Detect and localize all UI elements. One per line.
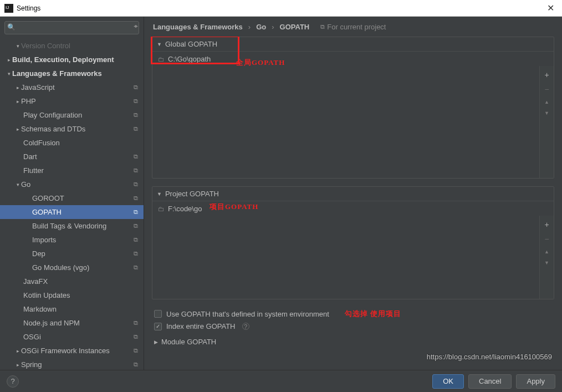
sidebar-item-dart[interactable]: Dart⧉ [0, 150, 144, 164]
chevron-right-icon: ▶ [154, 339, 158, 345]
scope-icon: ⧉ [134, 333, 138, 340]
sidebar-item-kotlin[interactable]: Kotlin Updates [0, 288, 144, 302]
sidebar-item-label: Flutter [23, 166, 134, 175]
scope-icon: ⧉ [134, 98, 138, 105]
move-up-icon[interactable]: ▲ [544, 249, 549, 254]
group-title: Project GOPATH [165, 190, 219, 198]
sidebar-item-label: Go Modules (vgo) [32, 263, 134, 272]
remove-button[interactable]: − [544, 85, 549, 94]
chevron-down-icon: ▼ [157, 191, 162, 197]
checkbox-checked[interactable] [154, 323, 162, 330]
scope-icon: ⧉ [134, 208, 138, 216]
sidebar-item-version-control[interactable]: ▾Version Control [0, 39, 144, 53]
sidebar-item-flutter[interactable]: Flutter⧉ [0, 164, 144, 177]
group-title: Global GOPATH [165, 40, 217, 48]
scope-icon: ⧉ [134, 167, 138, 174]
scope-icon: ⧉ [134, 195, 138, 202]
sidebar-item-label: Dep [32, 250, 134, 258]
scope-icon: ⧉ [134, 264, 138, 271]
sidebar-item-gopath[interactable]: GOPATH⧉ [0, 205, 144, 219]
search-field[interactable]: 🔍 ◂▸ [4, 21, 139, 34]
sidebar-item-build[interactable]: ▸Build, Execution, Deployment [0, 53, 144, 67]
sidebar-item-dep[interactable]: Dep⧉ [0, 247, 144, 261]
apply-button[interactable]: Apply [516, 374, 555, 389]
sidebar-item-schemas[interactable]: ▸Schemas and DTDs⧉ [0, 122, 144, 136]
sidebar-item-goroot[interactable]: GOROOT⧉ [0, 191, 144, 205]
sidebar-item-nodejs[interactable]: Node.js and NPM⧉ [0, 316, 144, 330]
scope-icon: ⧉ [134, 153, 138, 160]
global-gopath-item[interactable]: 🗀 C:\Go\gopath [152, 52, 554, 67]
search-input[interactable] [4, 21, 139, 34]
sidebar-item-label: Markdown [23, 305, 138, 313]
scope-icon: ⧉ [134, 361, 138, 368]
settings-tree: ▾Version Control ▸Build, Execution, Depl… [0, 39, 144, 370]
chevron-down-icon: ▼ [157, 42, 162, 47]
annotation-global: 全局GOPATH [236, 58, 285, 68]
sidebar-item-imports[interactable]: Imports⧉ [0, 233, 144, 247]
sidebar-item-label: Build Tags & Vendoring [32, 222, 134, 230]
project-scope-hint: ⧉ For current project [320, 23, 386, 31]
sidebar-item-label: JavaFX [23, 277, 138, 286]
search-icon: 🔍 [7, 23, 16, 31]
sidebar-item-label: GOROOT [32, 194, 134, 202]
folder-icon: 🗀 [158, 205, 165, 213]
scope-icon: ⧉ [134, 125, 138, 133]
sidebar-item-php[interactable]: ▸PHP⧉ [0, 94, 144, 108]
sidebar-item-javafx[interactable]: JavaFX [0, 274, 144, 288]
search-history-icon[interactable]: ◂▸ [134, 23, 137, 29]
sidebar: 🔍 ◂▸ ▾Version Control ▸Build, Execution,… [0, 17, 144, 370]
check-system-env[interactable]: Use GOPATH that's defined in system envi… [152, 307, 554, 320]
move-down-icon[interactable]: ▼ [544, 260, 549, 266]
crumb-c: GOPATH [280, 23, 310, 31]
add-button[interactable]: + [544, 220, 549, 229]
group-actions: + − ▲ ▼ [539, 66, 554, 178]
scope-icon: ⧉ [134, 236, 138, 243]
content-panel: Languages & Frameworks › Go › GOPATH ⧉ F… [144, 17, 562, 370]
group-title: Module GOPATH [161, 338, 216, 346]
sidebar-item-label: GOPATH [32, 208, 134, 216]
check-label: Use GOPATH that's defined in system envi… [166, 310, 329, 318]
titlebar: Settings ✕ [0, 0, 562, 17]
scope-icon: ⧉ [134, 181, 138, 188]
sidebar-item-coldfusion[interactable]: ColdFusion [0, 136, 144, 150]
global-gopath-header[interactable]: ▼ Global GOPATH [152, 37, 554, 52]
sidebar-item-play[interactable]: Play Configuration⧉ [0, 108, 144, 122]
sidebar-item-label: Imports [32, 236, 134, 244]
crumb-a[interactable]: Languages & Frameworks [153, 23, 243, 31]
path-text: C:\Go\gopath [168, 55, 211, 63]
remove-button[interactable]: − [544, 235, 549, 243]
scope-icon: ⧉ [134, 84, 138, 91]
sidebar-item-label: Languages & Frameworks [12, 69, 138, 78]
sidebar-item-osgi[interactable]: OSGi⧉ [0, 330, 144, 344]
move-down-icon[interactable]: ▼ [544, 110, 549, 116]
move-up-icon[interactable]: ▲ [544, 99, 549, 105]
cancel-button[interactable]: Cancel [468, 374, 512, 389]
sidebar-item-go[interactable]: ▾Go⧉ [0, 177, 144, 191]
help-icon[interactable]: ? [242, 323, 249, 330]
ok-button[interactable]: OK [432, 374, 464, 389]
sidebar-item-label: OSGi [23, 333, 134, 341]
module-gopath-header[interactable]: ▶ Module GOPATH [152, 332, 554, 352]
sidebar-item-spring[interactable]: ▸Spring⧉ [0, 358, 144, 370]
chevron-right-icon: › [272, 23, 274, 31]
sidebar-item-label: Version Control [21, 42, 138, 50]
help-button[interactable]: ? [7, 375, 19, 388]
sidebar-item-label: Kotlin Updates [23, 291, 138, 299]
breadcrumb: Languages & Frameworks › Go › GOPATH ⧉ F… [144, 17, 562, 37]
sidebar-item-javascript[interactable]: ▸JavaScript⧉ [0, 80, 144, 94]
sidebar-item-gomodules[interactable]: Go Modules (vgo)⧉ [0, 261, 144, 274]
sidebar-item-languages[interactable]: ▾Languages & Frameworks [0, 67, 144, 80]
close-icon[interactable]: ✕ [544, 3, 558, 13]
project-gopath-header[interactable]: ▼ Project GOPATH [152, 187, 554, 201]
sidebar-item-markdown[interactable]: Markdown [0, 302, 144, 316]
checkbox-unchecked[interactable] [154, 310, 162, 318]
add-button[interactable]: + [544, 70, 549, 79]
sidebar-item-label: OSGi Framework Instances [21, 347, 134, 355]
crumb-b[interactable]: Go [256, 23, 266, 31]
project-scope-label: For current project [327, 23, 386, 31]
check-index-gopath[interactable]: Index entire GOPATH ? [152, 320, 554, 332]
scope-icon: ⧉ [134, 319, 138, 327]
app-icon [4, 4, 13, 13]
sidebar-item-osgi-fw[interactable]: ▸OSGi Framework Instances⧉ [0, 344, 144, 358]
sidebar-item-buildtags[interactable]: Build Tags & Vendoring⧉ [0, 219, 144, 233]
